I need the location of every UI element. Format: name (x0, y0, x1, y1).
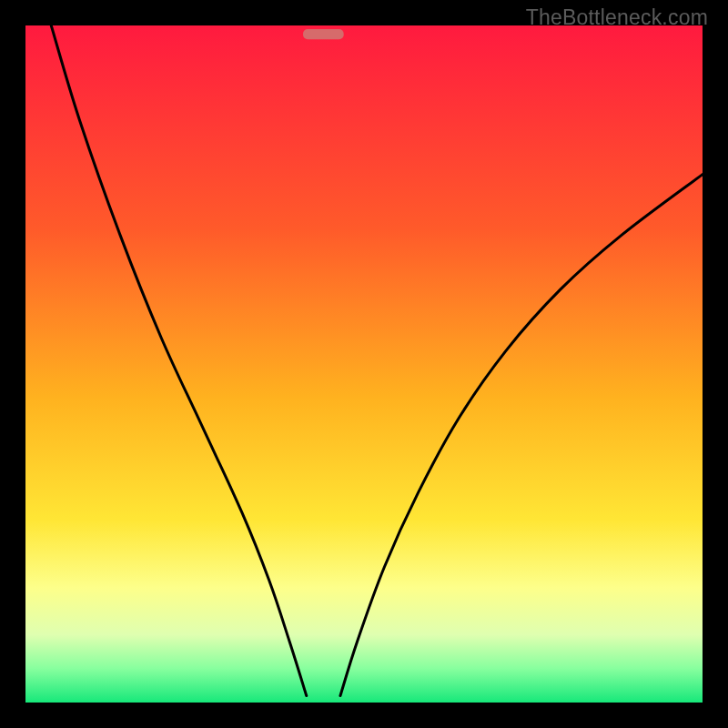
chart-svg (25, 25, 703, 703)
gradient-background (25, 25, 703, 703)
plot-area (25, 25, 703, 703)
bottleneck-marker (303, 29, 344, 39)
chart-frame: TheBottleneck.com (0, 0, 728, 728)
